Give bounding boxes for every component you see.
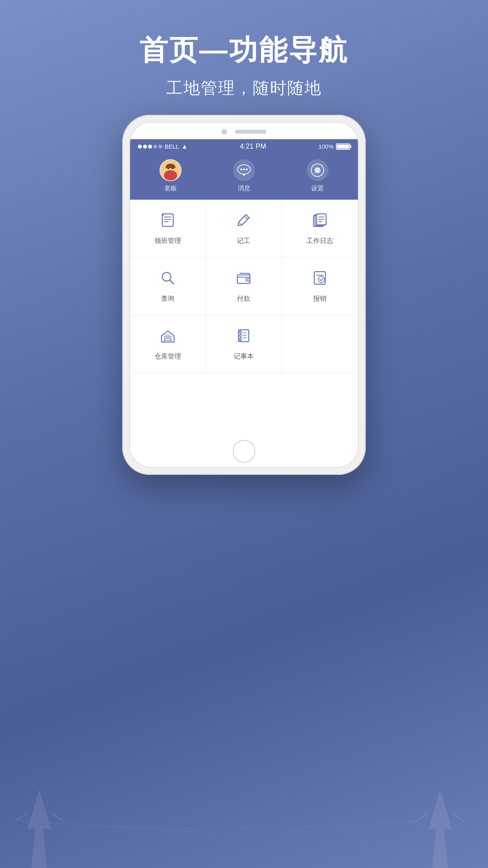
battery-label: 100%: [319, 143, 334, 150]
signal-dot-1: [138, 145, 142, 149]
team-mgmt-label: 领班管理: [154, 236, 181, 245]
svg-marker-0: [28, 789, 51, 868]
signal-dot-5: [158, 145, 162, 149]
payment-label: 付款: [237, 294, 250, 303]
svg-point-12: [240, 169, 242, 171]
app-header: 老板 消息: [130, 154, 358, 200]
svg-point-51: [240, 338, 242, 340]
menu-item-query[interactable]: 查询: [130, 257, 206, 315]
warehouse-icon: [159, 327, 176, 348]
signal-dot-4: [153, 145, 157, 149]
signal-dot-3: [148, 145, 152, 149]
header-settings[interactable]: 设置: [281, 159, 354, 193]
menu-grid: 领班管理 记工: [130, 200, 358, 436]
svg-rect-33: [237, 275, 250, 283]
settings-icon: [306, 159, 328, 181]
phone-camera: [222, 129, 227, 134]
svg-marker-3: [428, 789, 452, 868]
battery-icon: [336, 143, 350, 150]
battery-fill: [337, 145, 349, 149]
list-icon: [159, 211, 176, 232]
messages-label: 消息: [238, 184, 250, 193]
notebook-icon: [235, 327, 252, 348]
reimbursement-label: 报销: [313, 294, 327, 303]
svg-line-1: [16, 813, 28, 821]
header-boss[interactable]: 老板: [134, 159, 207, 193]
header-messages[interactable]: 消息: [207, 159, 281, 193]
svg-point-38: [318, 276, 325, 283]
svg-point-49: [240, 331, 242, 333]
svg-line-2: [51, 813, 63, 821]
notebook-label: 记事本: [234, 352, 254, 361]
menu-item-record-work[interactable]: 记工: [206, 200, 282, 257]
phone-mockup: BELL ▲ 4:21 PM 100%: [122, 115, 366, 475]
phone-bottom-area: [130, 436, 358, 467]
search-icon: [159, 269, 176, 290]
wallet-icon: [235, 269, 252, 290]
home-button[interactable]: [233, 440, 255, 463]
logs-icon: [311, 211, 328, 232]
menu-item-team-mgmt[interactable]: 领班管理: [130, 200, 206, 257]
menu-item-work-log[interactable]: 工作日志: [282, 200, 358, 257]
svg-line-32: [170, 280, 174, 284]
svg-point-50: [240, 335, 242, 337]
menu-item-warehouse[interactable]: 仓库管理: [130, 315, 206, 373]
menu-item-notebook[interactable]: 记事本: [206, 315, 282, 373]
page-subtitle: 工地管理，随时随地: [139, 77, 349, 99]
svg-line-4: [416, 813, 428, 821]
signal-dot-2: [143, 145, 147, 149]
status-bar-left: BELL ▲: [138, 143, 188, 150]
menu-item-reimbursement[interactable]: 报销: [282, 257, 358, 315]
status-bar: BELL ▲ 4:21 PM 100%: [130, 139, 358, 154]
settings-label: 设置: [311, 184, 324, 193]
status-bar-time: 4:21 PM: [240, 142, 266, 151]
status-bar-right: 100%: [319, 143, 350, 150]
svg-point-13: [243, 169, 245, 171]
svg-point-14: [246, 169, 248, 171]
check-doc-icon: [311, 269, 328, 290]
svg-rect-39: [165, 338, 171, 342]
avatar: [160, 159, 182, 181]
boss-label: 老板: [164, 184, 177, 193]
phone-speaker: [235, 130, 266, 134]
carrier-label: BELL: [165, 143, 179, 150]
svg-rect-18: [162, 214, 173, 226]
record-work-label: 记工: [237, 236, 250, 245]
signal-dots: [138, 145, 162, 149]
svg-line-24: [244, 216, 248, 219]
svg-line-5: [452, 813, 464, 821]
svg-point-35: [248, 279, 249, 280]
svg-point-10: [164, 170, 177, 180]
warehouse-label: 仓库管理: [154, 352, 181, 361]
wifi-icon: ▲: [182, 143, 188, 150]
query-label: 查询: [161, 294, 174, 303]
work-log-label: 工作日志: [306, 236, 333, 245]
menu-item-payment[interactable]: 付款: [206, 257, 282, 315]
menu-item-empty: [282, 315, 358, 373]
messages-icon: [233, 159, 255, 181]
brush-icon: [235, 211, 252, 232]
phone-top-bar: [130, 123, 358, 139]
page-title: 首页—功能导航: [139, 31, 349, 69]
